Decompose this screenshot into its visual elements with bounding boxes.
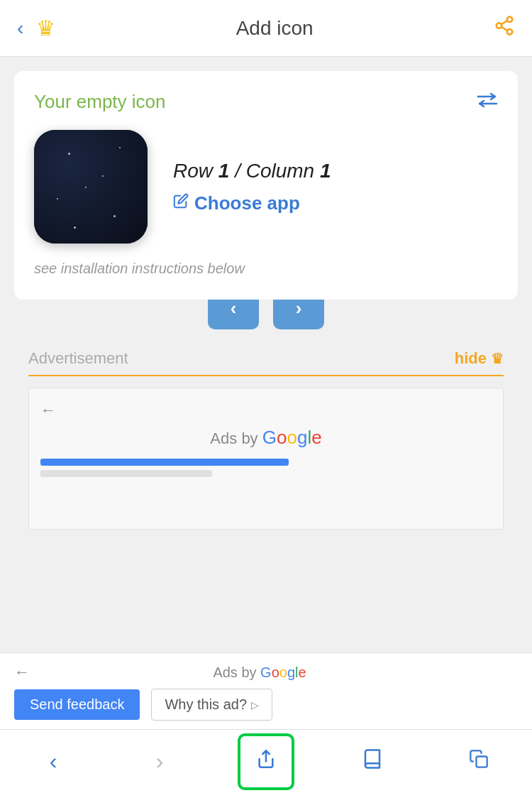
bottom-ad-overlay: ← Ads by Google Send feedback Why this a… [0, 652, 532, 729]
ads-by-google-label-top: Ads by Google [40, 427, 492, 449]
google-ads-top: ← Ads by Google [28, 388, 504, 530]
bottom-ad-inner: ← Ads by Google [14, 663, 518, 682]
card-body: Row 1 / Column 1 Choose app [34, 130, 498, 244]
app-header: ‹ ♛ Add icon [0, 0, 532, 57]
main-content: Your empty icon [0, 57, 532, 530]
install-note: see installation instructions below [34, 261, 498, 277]
hide-label: hide [455, 349, 487, 368]
crown-icon[interactable]: ♛ [36, 16, 55, 40]
ad-divider [28, 375, 504, 376]
ad-label: Advertisement [28, 349, 128, 368]
row-value: 1 [218, 160, 230, 182]
row-col-label: Row 1 / Column 1 [173, 160, 498, 182]
bottom-nav-bar: ‹ › [0, 729, 532, 793]
icon-background [34, 130, 148, 244]
hide-crown-icon: ♛ [491, 350, 504, 367]
choose-app-button[interactable]: Choose app [173, 192, 498, 214]
nav-tabs-icon [469, 749, 489, 774]
ad-triangle-icon: ▷ [251, 699, 259, 711]
svg-line-4 [501, 21, 508, 24]
icon-card: Your empty icon [14, 71, 518, 300]
feedback-row: Send feedback Why this ad? ▷ [14, 689, 518, 721]
back-button[interactable]: ‹ [17, 17, 23, 40]
header-left: ‹ ♛ [17, 16, 55, 40]
nav-share-icon [256, 749, 276, 774]
card-title: Your empty icon [34, 91, 498, 113]
ads-by-text: Ads by [210, 430, 257, 447]
share-icon[interactable] [494, 15, 515, 41]
nav-share-button[interactable] [234, 740, 298, 783]
nav-back-button[interactable]: ‹ [21, 740, 85, 783]
why-this-ad-button[interactable]: Why this ad? ▷ [151, 689, 272, 721]
svg-line-3 [501, 27, 508, 31]
bottom-google-colored: Google [260, 665, 306, 680]
svg-rect-6 [477, 757, 487, 767]
page-title: Add icon [236, 17, 314, 40]
nav-back-arrow-icon: ‹ [50, 748, 57, 775]
choose-app-label: Choose app [194, 192, 300, 214]
nav-share-box [238, 733, 294, 790]
column-value: 1 [320, 160, 331, 182]
hide-ad-button[interactable]: hide ♛ [455, 349, 504, 368]
bottom-ads-by-text: Ads by [213, 665, 256, 680]
app-icon-preview [34, 130, 148, 244]
bottom-ad-back-arrow[interactable]: ← [14, 663, 30, 682]
why-this-ad-label: Why this ad? [165, 696, 247, 713]
ad-bar-gray [40, 470, 212, 477]
ad-header: Advertisement hide ♛ [28, 349, 504, 368]
ad-section: Advertisement hide ♛ ← Ads by Google [14, 329, 518, 530]
google-colored-text: Google [262, 427, 322, 448]
edit-icon [173, 193, 189, 213]
nav-bookmarks-button[interactable] [340, 740, 404, 783]
ads-back-arrow-top[interactable]: ← [40, 401, 492, 420]
bottom-ads-by-google: Ads by Google [213, 665, 306, 681]
nav-tabs-button[interactable] [447, 740, 511, 783]
send-feedback-button[interactable]: Send feedback [14, 689, 140, 720]
card-info: Row 1 / Column 1 Choose app [173, 160, 498, 214]
ad-bar-blue [40, 459, 289, 466]
swap-icon[interactable] [477, 91, 498, 113]
nav-book-icon [362, 748, 383, 775]
nav-forward-button[interactable]: › [128, 740, 192, 783]
nav-forward-arrow-icon: › [156, 748, 164, 775]
